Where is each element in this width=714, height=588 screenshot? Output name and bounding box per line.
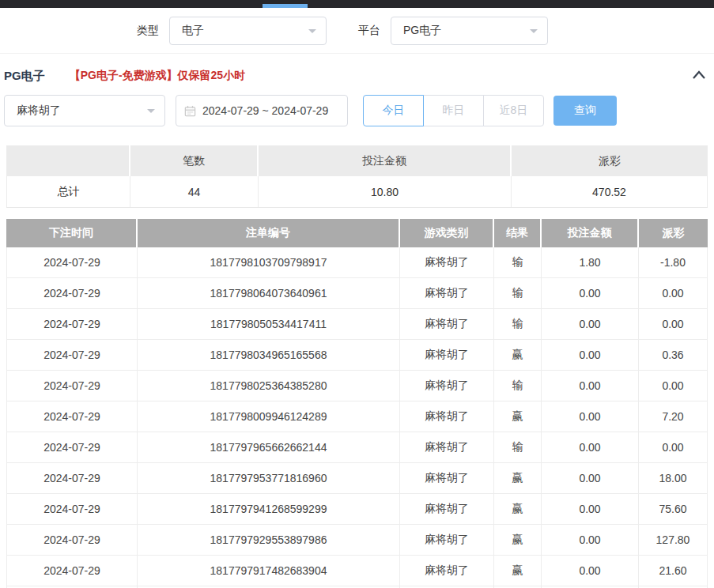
summary-header-payout: 派彩	[512, 145, 708, 176]
cell-game-type: 麻将胡了	[400, 494, 494, 524]
collapse-section-button[interactable]	[692, 70, 706, 80]
cell-payout: 127.80	[639, 525, 708, 555]
section-notice: 【PG电子-免费游戏】仅保留25小时	[70, 69, 245, 83]
type-select-value: 电子	[182, 24, 204, 38]
cell-bet-no: 1817797953771816960	[138, 463, 400, 493]
cell-game-type: 麻将胡了	[400, 371, 494, 401]
cell-bet-amount: 0.00	[542, 309, 639, 339]
platform-select[interactable]: PG电子	[391, 17, 548, 45]
bet-records-table: 下注时间 注单编号 游戏类别 结果 投注金额 派彩 2024-07-291817…	[6, 219, 708, 588]
cell-bet-amount: 1.80	[542, 247, 639, 277]
cell-payout: 21.60	[639, 556, 708, 586]
cell-bet-no: 1817797941268599299	[138, 494, 400, 524]
table-row: 2024-07-291817797965662662144麻将胡了输0.000.…	[6, 432, 708, 463]
cell-bet-time: 2024-07-29	[6, 309, 138, 339]
cell-result: 输	[494, 371, 542, 401]
header-result: 结果	[494, 219, 542, 247]
summary-header-count: 笔数	[130, 145, 259, 176]
summary-total-bet-amount: 10.80	[259, 176, 512, 207]
summary-header-row: 笔数 投注金额 派彩	[6, 145, 708, 176]
cell-bet-time: 2024-07-29	[6, 432, 138, 462]
cell-result: 赢	[494, 525, 542, 555]
cell-result: 输	[494, 309, 542, 339]
bet-table-header-row: 下注时间 注单编号 游戏类别 结果 投注金额 派彩	[6, 219, 708, 247]
cell-bet-amount: 0.00	[542, 340, 639, 370]
cell-bet-no: 1817798025364385280	[138, 371, 400, 401]
table-row: 2024-07-291817798103709798917麻将胡了输1.80-1…	[6, 247, 708, 278]
cell-bet-amount: 0.00	[542, 463, 639, 493]
cell-bet-amount: 0.00	[542, 494, 639, 524]
summary-header-blank	[6, 145, 130, 176]
chevron-up-icon	[692, 70, 706, 80]
quick-button-today[interactable]: 今日	[363, 95, 424, 126]
cell-game-type: 麻将胡了	[400, 309, 494, 339]
game-select-value: 麻将胡了	[17, 104, 61, 118]
cell-game-type: 麻将胡了	[400, 463, 494, 493]
type-select[interactable]: 电子	[169, 17, 327, 45]
header-game-type: 游戏类别	[400, 219, 494, 247]
cell-game-type: 麻将胡了	[400, 432, 494, 462]
cell-payout: -1.80	[639, 247, 708, 277]
section-header: PG电子 【PG电子-免费游戏】仅保留25小时	[0, 54, 714, 85]
cell-bet-time: 2024-07-29	[6, 340, 138, 370]
cell-bet-no: 1817797917482683904	[138, 556, 400, 586]
cell-bet-time: 2024-07-29	[6, 525, 138, 555]
cell-bet-time: 2024-07-29	[6, 371, 138, 401]
summary-total-row: 总计 44 10.80 470.52	[6, 176, 708, 208]
cell-payout: 0.00	[639, 278, 708, 308]
table-row: 2024-07-291817797953771816960麻将胡了赢0.0018…	[6, 463, 708, 494]
cell-bet-time: 2024-07-29	[6, 401, 138, 432]
quick-button-yesterday[interactable]: 昨日	[423, 95, 484, 126]
cell-bet-no: 1817798103709798917	[138, 247, 400, 277]
summary-total-count: 44	[130, 176, 259, 207]
game-select[interactable]: 麻将胡了	[4, 95, 165, 126]
tab-indicator	[263, 4, 308, 8]
search-button[interactable]: 查询	[553, 96, 617, 126]
table-row: 2024-07-291817797941268599299麻将胡了赢0.0075…	[6, 494, 708, 525]
cell-bet-no: 1817798064073640961	[138, 278, 400, 308]
table-row: 2024-07-291817798034965165568麻将胡了赢0.000.…	[6, 340, 708, 371]
bet-table-body: 2024-07-291817798103709798917麻将胡了输1.80-1…	[6, 247, 708, 588]
quick-date-button-group: 今日昨日近8日	[363, 95, 544, 126]
chevron-down-icon	[530, 29, 538, 33]
cell-payout: 0.00	[639, 309, 708, 339]
cell-game-type: 麻将胡了	[400, 401, 494, 432]
cell-bet-time: 2024-07-29	[6, 278, 138, 308]
summary-table: 笔数 投注金额 派彩 总计 44 10.80 470.52	[6, 145, 708, 208]
cell-bet-no: 1817797965662662144	[138, 432, 400, 462]
header-bet-amount: 投注金额	[542, 219, 639, 247]
cell-bet-no: 1817798034965165568	[138, 340, 400, 370]
date-range-input[interactable]: 2024-07-29 ~ 2024-07-29	[176, 95, 348, 126]
cell-payout: 18.00	[639, 463, 708, 493]
cell-payout: 75.60	[639, 494, 708, 524]
cell-bet-amount: 0.00	[542, 556, 639, 586]
cell-result: 赢	[494, 401, 542, 432]
type-label: 类型	[137, 24, 159, 38]
cell-result: 输	[494, 247, 542, 277]
quick-button-last8days[interactable]: 近8日	[483, 95, 544, 126]
cell-bet-amount: 0.00	[542, 432, 639, 462]
cell-game-type: 麻将胡了	[400, 525, 494, 555]
cell-payout: 0.00	[639, 432, 708, 462]
cell-result: 输	[494, 278, 542, 308]
table-row: 2024-07-291817798009946124289麻将胡了赢0.007.…	[6, 401, 708, 432]
table-row: 2024-07-291817797929553897986麻将胡了赢0.0012…	[6, 525, 708, 556]
platform-label: 平台	[358, 24, 380, 38]
table-row: 2024-07-291817798050534417411麻将胡了输0.000.…	[6, 309, 708, 340]
header-payout: 派彩	[639, 219, 708, 247]
global-filter-bar: 类型 电子 平台 PG电子	[0, 8, 714, 54]
cell-bet-amount: 0.00	[542, 525, 639, 555]
cell-payout: 7.20	[639, 401, 708, 432]
cell-game-type: 麻将胡了	[400, 340, 494, 370]
chevron-down-icon	[147, 109, 155, 113]
cell-bet-no: 1817797929553897986	[138, 525, 400, 555]
cell-bet-time: 2024-07-29	[6, 247, 138, 277]
section-title: PG电子	[4, 69, 45, 84]
cell-payout: 0.36	[639, 340, 708, 370]
cell-result: 输	[494, 432, 542, 462]
chevron-down-icon	[308, 29, 316, 33]
summary-header-bet-amount: 投注金额	[259, 145, 512, 176]
calendar-icon	[184, 105, 196, 117]
cell-bet-no: 1817798050534417411	[138, 309, 400, 339]
cell-bet-no: 1817798009946124289	[138, 401, 400, 432]
